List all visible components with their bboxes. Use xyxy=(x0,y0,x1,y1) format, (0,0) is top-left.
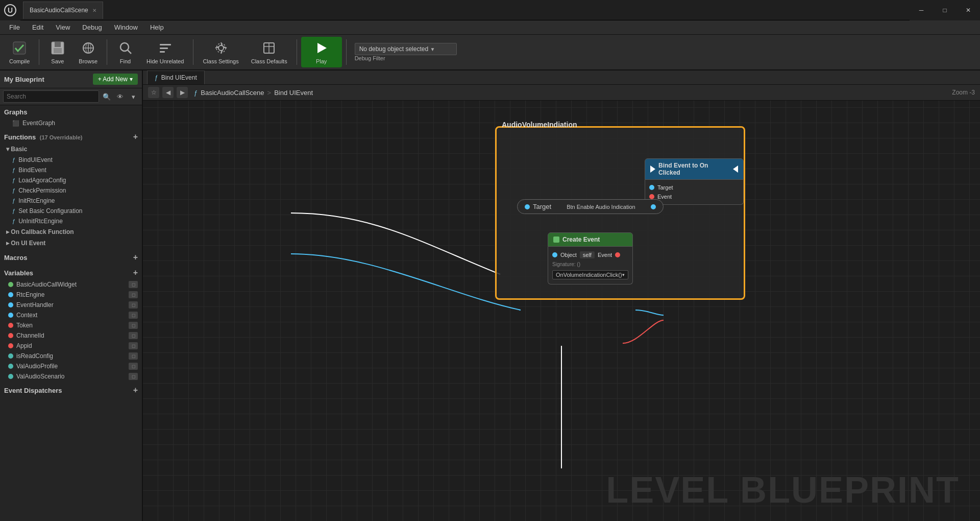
class-settings-icon xyxy=(213,40,229,56)
var-event-handler[interactable]: EventHandler ◻ xyxy=(0,300,142,310)
func-bind-event[interactable]: ƒ BindEvent xyxy=(0,165,142,175)
blueprint-canvas[interactable]: AudioVolumeIndiation Bind Event to On Cl… xyxy=(143,101,980,521)
hide-unrelated-btn[interactable]: Hide Unrelated xyxy=(141,37,189,67)
target-node[interactable]: Target Btn Enable Audio Indication xyxy=(517,199,664,214)
var-val-audio-profile[interactable]: ValAudioProfile ◻ xyxy=(0,361,142,371)
forward-btn[interactable]: ▶ xyxy=(177,87,188,98)
create-event-node[interactable]: Create Event Object self Event Signature… xyxy=(548,232,633,285)
star-btn[interactable]: ☆ xyxy=(148,87,159,98)
func-load-agora[interactable]: ƒ LoadAgoraConfig xyxy=(0,175,142,185)
menu-file[interactable]: File xyxy=(4,21,25,33)
var-eye-7[interactable]: ◻ xyxy=(129,352,138,360)
func-icon-5: ƒ xyxy=(12,208,15,214)
target-label: Target xyxy=(533,203,551,210)
chevron-ui-event: ▸ xyxy=(6,240,11,247)
create-event-dropdown-label: OnVolumeIndicationClick() xyxy=(556,272,622,278)
bind-event-node[interactable]: Bind Event to On Clicked Target Event xyxy=(645,158,744,205)
var-eye-2[interactable]: ◻ xyxy=(129,301,138,309)
func-check-perm[interactable]: ƒ CheckPermission xyxy=(0,185,142,196)
var-eye-1[interactable]: ◻ xyxy=(129,291,138,298)
hide-unrelated-icon xyxy=(157,40,174,56)
menu-help[interactable]: Help xyxy=(145,21,169,33)
breadcrumb-func-icon: ƒ xyxy=(194,89,198,97)
menu-edit[interactable]: Edit xyxy=(27,21,48,33)
debug-dropdown[interactable]: No debug object selected ▼ xyxy=(355,43,457,55)
basic-section-header[interactable]: ▾ Basic xyxy=(0,144,142,155)
main-container-node[interactable]: AudioVolumeIndiation Bind Event to On Cl… xyxy=(495,126,745,300)
func-uninit-rtc[interactable]: ƒ UnInitRtcEngine xyxy=(0,216,142,226)
variables-header[interactable]: Variables + xyxy=(0,266,142,279)
sep-4 xyxy=(297,39,297,65)
var-eye-4[interactable]: ◻ xyxy=(129,322,138,329)
add-new-btn[interactable]: + Add New ▾ xyxy=(93,74,138,85)
var-token[interactable]: Token ◻ xyxy=(0,320,142,330)
main-tab[interactable]: BasicAudioCallScene ✕ xyxy=(23,2,103,19)
var-rtc-engine[interactable]: RtcEngine ◻ xyxy=(0,290,142,300)
macros-add-btn[interactable]: + xyxy=(133,253,138,262)
event-dispatchers-add-btn[interactable]: + xyxy=(133,386,138,395)
menu-window[interactable]: Window xyxy=(109,21,143,33)
functions-header[interactable]: Functions (17 Overridable) + xyxy=(0,130,142,144)
graphs-section: Graphs ⬛ EventGraph xyxy=(0,105,142,129)
find-label: Find xyxy=(120,58,131,64)
functions-add-btn[interactable]: + xyxy=(133,132,138,141)
tab-close-btn[interactable]: ✕ xyxy=(92,8,96,13)
func-set-basic[interactable]: ƒ Set Basic Configuration xyxy=(0,206,142,216)
var-channel-id[interactable]: ChannelId ◻ xyxy=(0,330,142,341)
search-icon-btn[interactable]: 🔍 xyxy=(101,91,112,102)
save-icon xyxy=(50,40,66,56)
var-dot-5 xyxy=(8,333,13,338)
func-init-rtc[interactable]: ƒ InitRtcEngine xyxy=(0,196,142,206)
compile-btn[interactable]: Compile xyxy=(4,37,35,67)
var-eye-9[interactable]: ◻ xyxy=(129,373,138,380)
var-eye-3[interactable]: ◻ xyxy=(129,312,138,319)
search-options-btn[interactable]: 👁 xyxy=(114,91,126,102)
graphs-header[interactable]: Graphs xyxy=(0,106,142,118)
on-ui-event-header[interactable]: ▸ On UI Event xyxy=(0,238,142,249)
svg-marker-20 xyxy=(317,43,327,53)
variables-add-btn[interactable]: + xyxy=(133,268,138,277)
macros-header[interactable]: Macros + xyxy=(0,251,142,264)
var-basic-audio-call-widget[interactable]: BasicAudioCallWidget ◻ xyxy=(0,279,142,290)
back-btn[interactable]: ◀ xyxy=(162,87,174,98)
toolbar: Compile Save Browse xyxy=(0,35,980,70)
on-callback-header[interactable]: ▸ On Callback Function xyxy=(0,226,142,238)
save-btn[interactable]: Save xyxy=(43,37,71,67)
func-tab-bind-ui-event[interactable]: ƒ Bind UIEvent xyxy=(147,70,205,84)
main-container-title: AudioVolumeIndiation xyxy=(502,121,577,129)
create-event-dropdown[interactable]: OnVolumeIndicationClick() ▾ xyxy=(552,270,628,279)
svg-rect-14 xyxy=(160,51,165,53)
find-btn[interactable]: Find xyxy=(111,37,139,67)
var-dot-9 xyxy=(8,374,13,379)
menu-view[interactable]: View xyxy=(51,21,75,33)
search-filter-btn[interactable]: ▾ xyxy=(128,91,139,102)
var-eye-5[interactable]: ◻ xyxy=(129,332,138,339)
var-is-read-config[interactable]: isReadConfig ◻ xyxy=(0,351,142,361)
target-node-value: Btn Enable Audio Indication xyxy=(567,204,635,210)
maximize-btn[interactable]: □ xyxy=(933,0,957,20)
var-val-audio-scenario[interactable]: ValAudioScenario ◻ xyxy=(0,371,142,382)
var-eye-0[interactable]: ◻ xyxy=(129,281,138,288)
my-blueprint-title: My Blueprint xyxy=(4,76,44,83)
var-appid[interactable]: Appid ◻ xyxy=(0,341,142,351)
event-graph-item[interactable]: ⬛ EventGraph xyxy=(0,118,142,128)
menu-debug[interactable]: Debug xyxy=(77,21,107,33)
bind-event-event-pin xyxy=(649,194,654,199)
minimize-btn[interactable]: ─ xyxy=(910,0,933,20)
browse-btn[interactable]: Browse xyxy=(74,37,103,67)
close-btn[interactable]: ✕ xyxy=(957,0,980,20)
var-eye-8[interactable]: ◻ xyxy=(129,363,138,370)
var-context[interactable]: Context ◻ xyxy=(0,310,142,320)
add-new-chevron: ▾ xyxy=(130,76,133,83)
title-bar: U BasicAudioCallScene ✕ ─ □ ✕ xyxy=(0,0,980,20)
var-eye-6[interactable]: ◻ xyxy=(129,342,138,349)
func-bind-ui-event[interactable]: ƒ BindUIEvent xyxy=(0,155,142,165)
create-event-object-label: Object xyxy=(560,252,577,258)
play-btn[interactable]: Play xyxy=(301,37,342,67)
event-dispatchers-header[interactable]: Event Dispatchers + xyxy=(0,384,142,397)
class-settings-btn[interactable]: Class Settings xyxy=(198,37,243,67)
search-input[interactable] xyxy=(3,90,99,103)
event-graph-icon: ⬛ xyxy=(12,120,19,127)
class-defaults-btn[interactable]: Class Defaults xyxy=(246,37,292,67)
save-label: Save xyxy=(51,58,64,64)
